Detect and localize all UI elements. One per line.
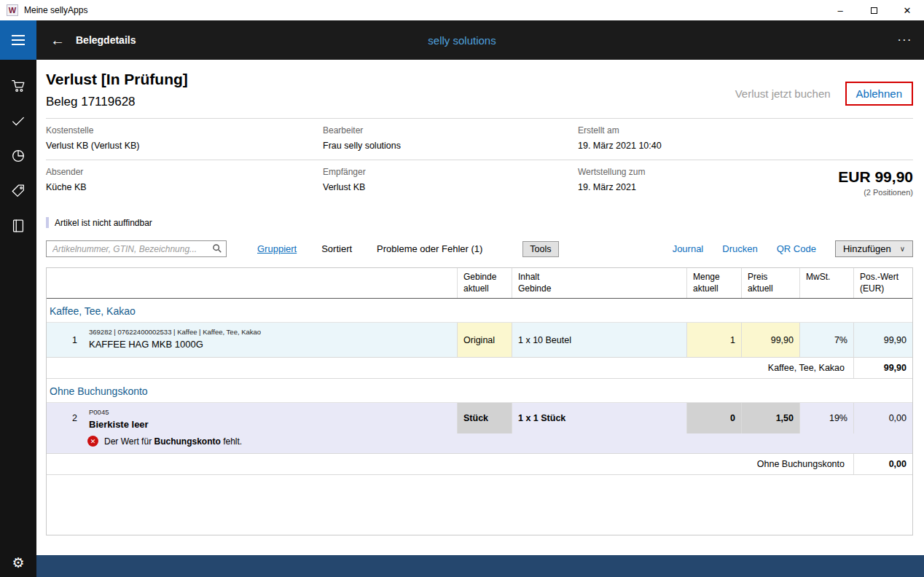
sort-toggle[interactable]: Sortiert (321, 243, 352, 254)
legend: Artikel ist nicht auffindbar (46, 217, 913, 228)
col-header-inhalt: Inhalt Gebinde (512, 268, 686, 298)
hamburger-icon (12, 35, 25, 36)
legend-color-swatch (46, 217, 49, 228)
meta-value: Frau selly solutions (323, 141, 578, 151)
journal-link[interactable]: Journal (673, 243, 704, 254)
chevron-down-icon: ∨ (900, 245, 905, 253)
add-button[interactable]: Hinzufügen ∨ (835, 240, 913, 257)
pos-wert-cell: 0,00 (853, 403, 912, 433)
meta-label: Kostenstelle (46, 125, 323, 136)
meta-label: Empfänger (323, 167, 578, 177)
row-number: 1 (47, 323, 83, 357)
meta-value: Verlust KB (323, 182, 578, 192)
meta-value: 19. März 2021 10:40 (578, 141, 753, 151)
meta-value: 19. März 2021 (578, 182, 753, 192)
meta-label: Absender (46, 167, 323, 177)
subtotal-value: 99,90 (853, 358, 912, 378)
table-row[interactable]: 2 P0045 Bierkiste leer Stück 1 x 1 Stück… (47, 402, 912, 454)
check-icon[interactable] (10, 112, 27, 129)
group-toggle-link[interactable]: Gruppiert (257, 243, 297, 254)
document-detail-panel: Verlust [In Prüfung] Beleg 17119628 Verl… (36, 60, 924, 555)
gebinde-cell[interactable]: Original (457, 323, 512, 357)
article-meta: P0045 (89, 408, 451, 416)
settings-gear-icon[interactable]: ⚙ (12, 554, 24, 571)
search-icon (212, 243, 222, 254)
app-icon: W (7, 4, 18, 16)
menge-cell[interactable]: 1 (686, 323, 741, 357)
reject-button[interactable]: Ablehnen (845, 82, 913, 106)
article-meta: 369282 | 07622400002533 | Kaffee | Kaffe… (89, 328, 451, 336)
app-navbar: ← Belegdetails selly solutions ... (0, 20, 924, 60)
col-header-pos-wert: Pos.-Wert (EUR) (853, 268, 912, 298)
brand-label: selly solutions (428, 34, 496, 47)
meta-label: Bearbeiter (323, 125, 578, 136)
pie-chart-icon[interactable] (10, 147, 27, 164)
total-amount: EUR 99,90 (838, 168, 913, 186)
error-text: Der Wert für Buchungskonto fehlt. (104, 436, 242, 447)
window-title: Meine sellyApps (24, 5, 87, 15)
subtotal-label: Ohne Buchungskonto (47, 454, 853, 474)
document-title: Verlust [In Prüfung] (46, 71, 188, 88)
cart-icon[interactable] (10, 77, 27, 94)
col-header-menge: Menge aktuell (686, 268, 741, 298)
col-header-preis: Preis aktuell (741, 268, 799, 298)
tools-button[interactable]: Tools (522, 241, 558, 257)
error-icon: ✕ (87, 436, 98, 447)
page-title: Belegdetails (76, 34, 136, 46)
group-header: Kaffee, Tee, Kakao (47, 299, 912, 322)
inhalt-cell: 1 x 1 Stück (512, 403, 686, 433)
position-count: (2 Positionen) (838, 188, 913, 197)
table-row[interactable]: 1 369282 | 07622400002533 | Kaffee | Kaf… (47, 322, 912, 358)
window-controls: – ✕ (823, 0, 924, 20)
book-icon[interactable] (10, 217, 27, 234)
print-link[interactable]: Drucken (722, 243, 757, 254)
item-toolbar: Gruppiert Sortiert Probleme oder Fehler … (46, 240, 913, 257)
qr-code-link[interactable]: QR Code (777, 243, 816, 254)
meta-label: Wertstellung zum (578, 167, 753, 177)
col-header-gebinde: Gebinde aktuell (457, 268, 512, 298)
subtotal-value: 0,00 (853, 454, 912, 474)
meta-value: Küche KB (46, 182, 323, 192)
preis-cell[interactable]: 99,90 (741, 323, 799, 357)
table-empty-area (47, 475, 912, 535)
positions-table: Gebinde aktuell Inhalt Gebinde Menge akt… (46, 267, 913, 535)
minimize-button[interactable]: – (823, 0, 857, 20)
gebinde-cell[interactable]: Stück (457, 403, 512, 433)
tag-icon[interactable] (10, 182, 27, 199)
problems-filter[interactable]: Probleme oder Fehler (1) (377, 243, 482, 254)
sidebar: ⚙ (0, 60, 36, 577)
add-button-label: Hinzufügen (843, 243, 891, 254)
group-header: Ohne Buchungskonto (47, 379, 912, 402)
table-header-row: Gebinde aktuell Inhalt Gebinde Menge akt… (47, 268, 912, 299)
meta-label: Erstellt am (578, 125, 753, 136)
search-input[interactable] (46, 240, 227, 257)
pos-wert-cell: 99,90 (853, 323, 912, 357)
window-titlebar: W Meine sellyApps – ✕ (0, 0, 924, 20)
more-options-icon[interactable]: ... (898, 34, 912, 47)
legend-label: Artikel ist nicht auffindbar (55, 218, 152, 228)
maximize-button[interactable] (857, 0, 890, 20)
back-arrow-icon[interactable]: ← (45, 32, 70, 49)
bottom-bar (36, 555, 924, 577)
close-button[interactable]: ✕ (890, 0, 924, 20)
meta-value: Verlust KB (Verlust KB) (46, 141, 323, 151)
mwst-cell: 7% (799, 323, 853, 357)
document-number: Beleg 17119628 (46, 95, 188, 109)
book-now-button[interactable]: Verlust jetzt buchen (735, 87, 831, 100)
mwst-cell: 19% (799, 403, 853, 433)
maximize-icon (871, 7, 877, 14)
menge-cell[interactable]: 0 (686, 403, 741, 433)
group-subtotal-row: Ohne Buchungskonto 0,00 (47, 454, 912, 475)
row-error-message: ✕ Der Wert für Buchungskonto fehlt. (47, 433, 912, 453)
group-subtotal-row: Kaffee, Tee, Kakao 99,90 (47, 358, 912, 379)
hamburger-menu-button[interactable] (0, 20, 36, 60)
subtotal-label: Kaffee, Tee, Kakao (47, 358, 853, 378)
row-number: 2 (47, 403, 83, 433)
inhalt-cell: 1 x 10 Beutel (512, 323, 686, 357)
preis-cell[interactable]: 1,50 (741, 403, 799, 433)
article-title: KAFFEE HAG MKB 1000G (89, 339, 451, 350)
article-title: Bierkiste leer (89, 419, 451, 430)
col-header-mwst: MwSt. (799, 268, 853, 298)
